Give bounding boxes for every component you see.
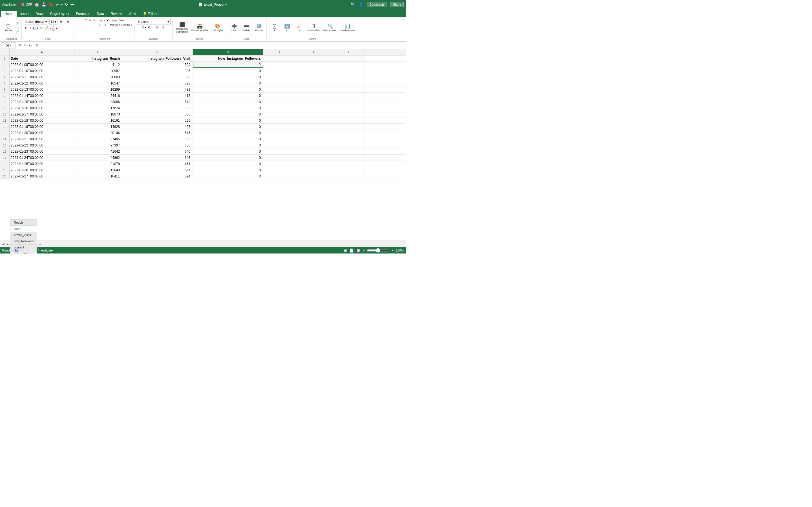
row-num-1[interactable]: 1 xyxy=(0,55,10,61)
cell-D14[interactable]: 0 xyxy=(193,136,263,142)
header-cell-E1[interactable] xyxy=(263,55,297,61)
font-size-dropdown[interactable]: ▾ xyxy=(55,20,56,24)
analyse-data-button[interactable]: 📊 Analyse Data xyxy=(340,23,356,33)
row-num-14[interactable]: 14 xyxy=(0,136,10,142)
cell-C13[interactable]: 575 xyxy=(122,130,193,136)
cell-C6[interactable]: 431 xyxy=(122,87,193,93)
cell-F15[interactable] xyxy=(297,142,331,148)
row-num-9[interactable]: 9 xyxy=(0,105,10,111)
zoom-slider[interactable] xyxy=(367,248,389,252)
cell-D8[interactable]: 0 xyxy=(193,99,263,105)
tab-draw[interactable]: Draw xyxy=(32,11,47,17)
cell-F10[interactable] xyxy=(297,111,331,117)
format-painter-button[interactable]: 🖌️ xyxy=(15,30,20,34)
bold-button[interactable]: B xyxy=(24,25,28,31)
cell-D10[interactable]: 0 xyxy=(193,111,263,117)
cell-G15[interactable] xyxy=(331,142,365,148)
tab-review[interactable]: Review xyxy=(107,11,125,17)
cell-B10[interactable]: 18673 xyxy=(74,111,122,117)
cut-button[interactable]: ✂️ xyxy=(15,22,20,25)
sheet-tab-new-followers[interactable]: new_followers xyxy=(10,238,37,244)
row-num-3[interactable]: 3 xyxy=(0,68,10,74)
col-header-G[interactable]: G xyxy=(331,49,365,55)
cell-D12[interactable]: 0 xyxy=(193,124,263,129)
more-commands-icon[interactable]: ••• xyxy=(70,2,75,7)
cell-C5[interactable]: 326 xyxy=(122,80,193,86)
borders-button[interactable]: ⊞ xyxy=(39,26,43,30)
cell-F14[interactable] xyxy=(297,136,331,142)
cell-G8[interactable] xyxy=(331,99,365,105)
cell-B2[interactable]: 4112 xyxy=(74,62,122,68)
font-name-selector[interactable]: Calibri (Body) ▾ xyxy=(24,18,49,25)
cell-G19[interactable] xyxy=(331,167,365,173)
autosave-toggle[interactable]: AutoSave OFF xyxy=(2,3,32,6)
cell-A10[interactable]: 2022-01-17T00:00:00 xyxy=(10,111,74,117)
cell-C3[interactable]: 325 xyxy=(122,68,193,74)
cell-A12[interactable]: 2022-01-19T00:00:00 xyxy=(10,124,74,129)
cell-B4[interactable]: 28003 xyxy=(74,74,122,80)
cell-C2[interactable]: 309 xyxy=(122,62,193,68)
cell-D11[interactable]: 0 xyxy=(193,117,263,123)
cell-E7[interactable] xyxy=(263,93,297,99)
decrease-decimal-button[interactable]: .0↓ xyxy=(161,25,166,29)
cell-G18[interactable] xyxy=(331,161,365,167)
tab-formulas[interactable]: Formulas xyxy=(72,11,93,17)
cell-G17[interactable] xyxy=(331,155,365,161)
row-num-16[interactable]: 16 xyxy=(0,149,10,154)
cell-F5[interactable] xyxy=(297,80,331,86)
row-num-17[interactable]: 17 xyxy=(0,155,10,161)
sort-filter-button[interactable]: ⇅ Sort & Filter xyxy=(306,23,321,33)
cell-E4[interactable] xyxy=(263,74,297,80)
sheet-tab-profile-visits[interactable]: profile_visits xyxy=(10,232,37,238)
decrease-font-button[interactable]: A↓ xyxy=(66,19,72,24)
cell-B6[interactable]: 19299 xyxy=(74,87,122,93)
cell-G2[interactable] xyxy=(331,62,365,68)
underline-button[interactable]: U xyxy=(32,25,36,31)
cell-G5[interactable] xyxy=(331,80,365,86)
cell-F2[interactable] xyxy=(297,62,331,68)
row-num-13[interactable]: 13 xyxy=(0,130,10,136)
col-header-E[interactable]: E xyxy=(263,49,297,55)
undo-icon[interactable]: ↩ xyxy=(56,2,59,7)
cell-C12[interactable]: 497 xyxy=(122,124,193,129)
cell-C7[interactable]: 415 xyxy=(122,93,193,99)
cell-D7[interactable]: 0 xyxy=(193,93,263,99)
row-num-7[interactable]: 7 xyxy=(0,93,10,99)
percent-button[interactable]: % xyxy=(147,25,151,29)
cell-A3[interactable]: 2022-01-10T00:00:00 xyxy=(10,68,74,74)
format-as-table-button[interactable]: 🗃️ Format as Table xyxy=(190,23,210,33)
cell-B14[interactable]: 27486 xyxy=(74,136,122,142)
comments-button[interactable]: Comments xyxy=(367,2,387,7)
name-box-dropdown[interactable]: ▾ xyxy=(10,44,11,47)
cell-D19[interactable]: 0 xyxy=(193,167,263,173)
cell-A8[interactable]: 2022-01-15T00:00:00 xyxy=(10,99,74,105)
tab-tell-me[interactable]: 💡 Tell me xyxy=(139,11,162,17)
cell-E18[interactable] xyxy=(263,161,297,167)
cell-B13[interactable]: 20146 xyxy=(74,130,122,136)
number-format-dropdown[interactable]: ▾ xyxy=(167,20,169,24)
cell-D5[interactable]: 0 xyxy=(193,80,263,86)
cell-A11[interactable]: 2022-01-18T00:00:00 xyxy=(10,117,74,123)
italic-button[interactable]: I xyxy=(29,25,32,31)
comma-button[interactable]: , xyxy=(152,25,154,29)
cell-G7[interactable] xyxy=(331,93,365,99)
cell-B5[interactable]: 16547 xyxy=(74,80,122,86)
cell-D13[interactable]: 0 xyxy=(193,130,263,136)
align-bottom-button[interactable]: ⊥ xyxy=(93,18,97,22)
cell-C11[interactable]: 529 xyxy=(122,117,193,123)
tab-view[interactable]: View xyxy=(125,11,139,17)
cell-F8[interactable] xyxy=(297,99,331,105)
merge-centre-button[interactable]: Merge & Centre xyxy=(109,23,131,27)
accounting-format-button[interactable]: $ xyxy=(141,25,145,29)
cell-A19[interactable]: 2022-01-26T00:00:00 xyxy=(10,167,74,173)
cell-B7[interactable]: 24416 xyxy=(74,93,122,99)
conditional-formatting-button[interactable]: ⬛ ConditionalFormatting xyxy=(175,22,189,34)
font-size-selector[interactable]: 12 ▾ xyxy=(49,18,58,25)
bookmark-icon[interactable]: 🔖 xyxy=(49,2,53,7)
align-right-button[interactable]: ☰→ xyxy=(89,23,96,27)
row-num-2[interactable]: 2 xyxy=(0,62,10,68)
add-sheet-button[interactable]: + xyxy=(38,241,43,247)
cell-E11[interactable] xyxy=(263,117,297,123)
cell-B8[interactable]: 33086 xyxy=(74,99,122,105)
cell-A4[interactable]: 2022-01-11T00:00:00 xyxy=(10,74,74,80)
